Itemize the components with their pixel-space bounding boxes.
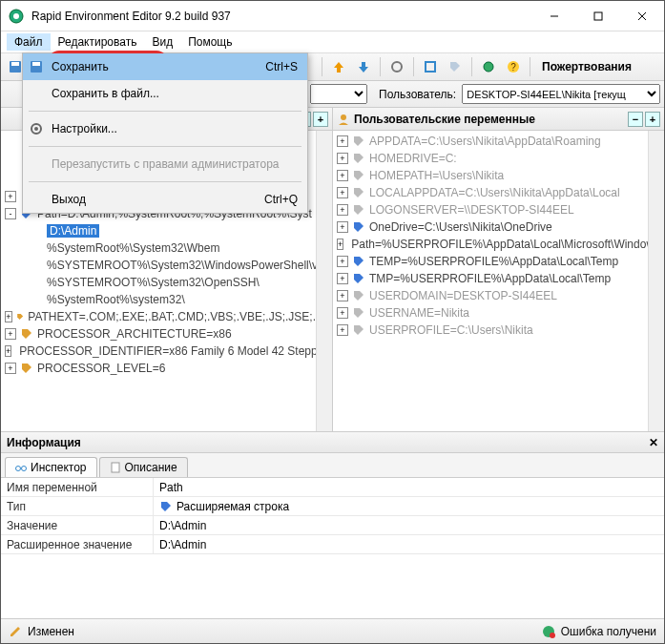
svg-point-9 [34,127,38,131]
toolbar-gear-icon[interactable] [386,56,407,77]
doc-icon [110,462,121,473]
expander-icon[interactable]: + [337,170,348,181]
tree-row[interactable]: D:\Admin [1,222,316,239]
menu-view[interactable]: Вид [144,33,180,51]
info-close-icon[interactable]: ✕ [649,436,658,449]
tree-row[interactable]: +HOMEDRIVE=C: [333,150,648,167]
expander-icon[interactable]: + [337,239,343,250]
info-tabs: Инспектор Описание [1,453,664,478]
tab-description[interactable]: Описание [99,457,188,477]
svg-rect-7 [32,62,40,66]
right-pane: Пользовательские переменные − + +APPDATA… [333,108,664,431]
expander-icon[interactable]: + [337,256,348,267]
scrollbar[interactable] [648,131,664,431]
save-icon [29,59,44,74]
svg-rect-3 [594,12,602,20]
gear-icon [29,121,44,136]
svg-point-17 [341,114,346,120]
close-button[interactable] [620,1,664,31]
expander-icon[interactable]: + [337,153,348,164]
donate-label[interactable]: Пожертвования [536,60,637,73]
info-header: Информация ✕ [1,432,664,453]
tree-row[interactable]: +PROCESSOR_LEVEL=6 [1,360,316,377]
menu-edit[interactable]: Редактировать [51,33,145,51]
svg-rect-13 [426,62,435,72]
tree-row[interactable]: +HOMEPATH=\Users\Nikita [333,167,648,184]
toolbar-globe-icon[interactable] [478,56,499,77]
tree-row[interactable]: +USERDOMAIN=DESKTOP-SI44EEL [333,287,648,304]
window-title: Rapid Environment Editor 9.2 build 937 [31,10,532,23]
menu-save-as[interactable]: Сохранить в файл... [23,80,307,107]
expander-icon[interactable]: + [5,363,16,374]
tree-row[interactable]: +LOGONSERVER=\\DESKTOP-SI44EEL [333,201,648,218]
expander-icon[interactable]: + [337,204,348,216]
menubar: Файл Редактировать Вид Помощь [1,31,664,52]
info-grid: Имя переменнойPath ТипРасширяемая строка… [1,478,664,612]
expander-icon[interactable]: + [337,187,348,198]
tree-row[interactable]: %SYSTEMROOT%\System32\WindowsPowerShell\… [1,257,316,274]
expander-icon[interactable]: + [5,191,16,202]
toolbar-up-icon[interactable] [328,56,349,77]
toolbar-help-icon[interactable]: ? [503,56,524,77]
filter-select[interactable] [310,84,367,104]
tree-row[interactable]: +PROCESSOR_ARCHITECTURE=x86 [1,325,316,343]
statusbar: Изменен Ошибка получени [1,618,664,643]
svg-point-1 [13,13,19,19]
tree-row[interactable]: %SystemRoot%\system32\ [1,291,316,308]
tree-row[interactable]: +PATHEXT=.COM;.EXE;.BAT;.CMD;.VBS;.VBE;.… [1,308,316,325]
tree-row[interactable]: +TMP=%USERPROFILE%\AppData\Local\Temp [333,270,648,287]
expander-icon[interactable]: + [5,328,16,340]
expand-icon[interactable]: + [645,112,660,127]
menu-exit[interactable]: Выход Ctrl+Q [23,186,307,213]
user-icon [337,113,350,126]
maximize-button[interactable] [576,1,620,31]
globe-warn-icon [542,625,555,638]
toolbar-tag-icon[interactable] [445,56,466,77]
tree-row[interactable]: +PROCESSOR_IDENTIFIER=x86 Family 6 Model… [1,343,316,360]
tab-inspector[interactable]: Инспектор [5,457,97,477]
user-select[interactable]: DESKTOP-SI44EEL\Nikita [текущ [462,84,660,104]
menu-file[interactable]: Файл [7,33,51,51]
tree-row[interactable]: +APPDATA=C:\Users\Nikita\AppData\Roaming [333,133,648,150]
svg-text:?: ? [510,62,516,73]
app-icon [9,9,24,24]
minimize-button[interactable] [532,1,576,31]
expander-icon[interactable]: + [337,273,348,284]
expander-icon[interactable]: + [337,221,348,233]
tree-row[interactable]: %SystemRoot%\System32\Wbem [1,239,316,257]
svg-point-22 [550,633,555,638]
right-tree[interactable]: +APPDATA=C:\Users\Nikita\AppData\Roaming… [333,131,648,431]
tree-row[interactable]: +LOCALAPPDATA=C:\Users\Nikita\AppData\Lo… [333,184,648,201]
status-error: Ошибка получени [561,625,656,638]
tree-row[interactable]: +Path=%USERPROFILE%\AppData\Local\Micros… [333,236,648,253]
expander-icon[interactable]: + [5,345,11,357]
expander-icon[interactable]: + [337,290,348,301]
expand-icon[interactable]: + [313,112,328,127]
toolbar-down-icon[interactable] [353,56,374,77]
tree-row[interactable]: +OneDrive=C:\Users\Nikita\OneDrive [333,218,648,236]
svg-point-12 [392,62,402,72]
tag-icon [159,500,173,513]
tree-row[interactable]: +TEMP=%USERPROFILE%\AppData\Local\Temp [333,253,648,270]
expander-icon[interactable]: + [337,324,348,336]
tree-row[interactable]: +USERNAME=Nikita [333,304,648,322]
collapse-icon[interactable]: − [628,112,643,127]
menu-help[interactable]: Помощь [180,33,239,51]
expander-icon[interactable]: + [337,135,348,147]
tree-row[interactable]: %SYSTEMROOT%\System32\OpenSSH\ [1,274,316,291]
expander-icon[interactable]: + [5,311,12,322]
svg-point-19 [22,467,27,471]
pencil-icon [9,625,22,638]
glasses-icon [15,462,27,473]
toolbar-window-icon[interactable] [420,56,441,77]
menu-settings[interactable]: Настройки... [23,115,307,142]
svg-point-18 [16,467,21,471]
expander-icon[interactable]: - [5,208,16,219]
menu-save[interactable]: Сохранить Ctrl+S [23,53,307,80]
tree-row[interactable]: +USERPROFILE=C:\Users\Nikita [333,322,648,339]
scrollbar[interactable] [316,131,332,431]
right-pane-header: Пользовательские переменные − + [333,108,664,131]
expander-icon[interactable]: + [337,307,348,319]
svg-point-14 [484,62,493,72]
user-label: Пользователь: [379,88,456,101]
